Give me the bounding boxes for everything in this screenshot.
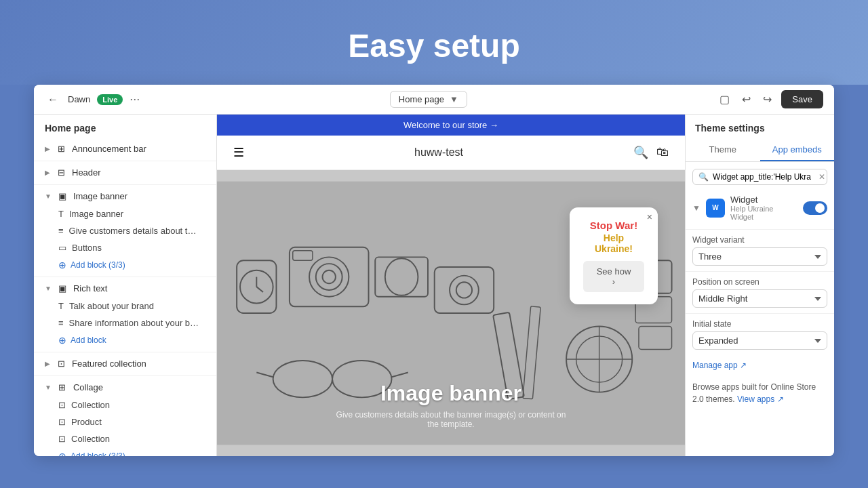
section-group-rich-text: ▼ ▣ Rich text T Talk about your brand ≡ … (34, 279, 216, 352)
widget-toggle[interactable] (803, 201, 827, 215)
panel-title: Theme settings (686, 115, 834, 139)
plus-icon: ⊕ (58, 335, 66, 346)
banner-title: Image banner (334, 381, 568, 406)
add-block-rich-text[interactable]: ⊕ Add block (34, 331, 216, 349)
widget-info: Widget Help Ukraine Widget (730, 195, 797, 221)
sidebar-subitem-collection-2[interactable]: ⊡ Collection (34, 430, 216, 447)
widget-row: ▼ W Widget Help Ukraine Widget (692, 195, 827, 221)
banner-subtitle: Give customers details about the banner … (334, 410, 568, 429)
sidebar-item-header[interactable]: ▶ ⊟ Header (34, 163, 216, 182)
sidebar-item-label: Header (72, 167, 101, 178)
search-input[interactable] (713, 172, 814, 182)
sidebar-item-collage[interactable]: ▼ ⊞ Collage (34, 378, 216, 396)
subitem-label: Product (71, 417, 102, 427)
add-block-collage[interactable]: ⊕ Add block (3/3) (34, 447, 216, 456)
back-button[interactable]: ← (45, 91, 61, 108)
sidebar-subitem-image-banner-desc[interactable]: ≡ Give customers details about t… (34, 222, 216, 239)
expand-arrow-icon: ▼ (45, 285, 52, 292)
variant-select[interactable]: Three (692, 247, 827, 266)
variant-label: Widget variant (692, 235, 827, 245)
page-select-arrow-icon: ▼ (450, 94, 458, 104)
header-icon: ⊟ (56, 167, 66, 178)
panel-tabs: Theme App embeds (686, 139, 834, 162)
store-preview: Welcome to our store → ☰ huww-test 🔍 🛍 (217, 115, 685, 456)
live-badge: Live (97, 94, 123, 105)
sidebar-subitem-share-info[interactable]: ≡ Share information about your b… (34, 314, 216, 331)
initial-state-label: Initial state (692, 319, 827, 329)
search-icon[interactable]: 🔍 (633, 145, 648, 160)
sidebar-subitem-product[interactable]: ⊡ Product (34, 413, 216, 430)
tab-app-embeds[interactable]: App embeds (760, 139, 835, 161)
widget-cta-button[interactable]: See how › (583, 261, 644, 292)
crop-icon: ⊡ (58, 417, 66, 427)
image-banner-icon: ▣ (57, 190, 68, 201)
expand-arrow-icon: ▼ (45, 384, 52, 391)
sidebar-item-label: Rich text (73, 283, 108, 293)
expand-arrow-icon: ▶ (45, 145, 50, 152)
widget-icon-letter: W (712, 204, 718, 211)
redo-button[interactable]: ↪ (760, 90, 774, 108)
sidebar-item-announcement-bar[interactable]: ▶ ⊞ Announcement bar (34, 139, 216, 158)
sidebar-item-label: Featured collection (72, 359, 146, 369)
widget-expand-arrow[interactable]: ▼ (692, 203, 701, 213)
store-logo: huww-test (414, 146, 463, 159)
widget-help-ukraine: Help Ukraine! (583, 232, 644, 254)
desktop-view-button[interactable]: ▢ (717, 90, 732, 108)
subitem-label: Image banner (69, 209, 123, 219)
subitem-label: Talk about your brand (69, 301, 154, 311)
undo-button[interactable]: ↩ (739, 90, 753, 108)
tab-theme[interactable]: Theme (686, 139, 760, 161)
subitem-label: Buttons (72, 243, 102, 253)
nav-icons: 🔍 🛍 (633, 145, 669, 160)
manage-app-link[interactable]: Manage app ↗ (686, 355, 834, 375)
sidebar-item-featured-collection[interactable]: ▶ ⊡ Featured collection (34, 354, 216, 373)
sidebar-title: Home page (34, 115, 216, 139)
sidebar-item-rich-text[interactable]: ▼ ▣ Rich text (34, 279, 216, 298)
topbar-center: Home page ▼ (140, 91, 717, 108)
crop-icon: ⊡ (58, 400, 66, 410)
expand-arrow-icon: ▶ (45, 360, 50, 367)
expand-arrow-icon: ▼ (45, 192, 52, 200)
page-selector[interactable]: Home page ▼ (390, 91, 467, 108)
sidebar-subitem-image-banner-title[interactable]: T Image banner (34, 205, 216, 222)
subitem-label: Share information about your b… (69, 318, 199, 328)
hamburger-icon[interactable]: ☰ (233, 145, 244, 160)
section-group-featured-collection: ▶ ⊡ Featured collection (34, 354, 216, 376)
sidebar-item-image-banner[interactable]: ▼ ▣ Image banner (34, 186, 216, 205)
search-icon: 🔍 (698, 172, 709, 182)
add-block-image-banner[interactable]: ⊕ Add block (3/3) (34, 256, 216, 274)
view-apps-link[interactable]: View apps ↗ (737, 394, 783, 404)
cart-icon[interactable]: 🛍 (656, 145, 669, 160)
hero-title: Easy setup (0, 27, 868, 64)
widget-name: Widget (730, 195, 797, 205)
rich-text-icon: ▣ (57, 283, 68, 293)
theme-name: Dawn (68, 94, 90, 104)
sidebar-subitem-buttons[interactable]: ▭ Buttons (34, 239, 216, 256)
topbar: ← Dawn Live ··· Home page ▼ ▢ ↩ ↪ Save (34, 85, 834, 115)
save-button[interactable]: Save (781, 90, 823, 108)
list-icon: ≡ (58, 318, 64, 328)
position-select[interactable]: Middle Right (692, 289, 827, 308)
sidebar-subitem-collection-1[interactable]: ⊡ Collection (34, 396, 216, 413)
left-sidebar: Home page ▶ ⊞ Announcement bar ▶ ⊟ Heade… (34, 115, 217, 456)
editor-container: ← Dawn Live ··· Home page ▼ ▢ ↩ ↪ Save H… (34, 85, 834, 456)
widget-description: Help Ukraine Widget (730, 205, 797, 221)
crop-icon: ⊡ (58, 434, 66, 444)
widget-close-button[interactable]: × (647, 211, 652, 222)
initial-state-select[interactable]: Expanded (692, 331, 827, 350)
sidebar-item-label: Collage (73, 382, 103, 392)
more-options-button[interactable]: ··· (130, 92, 140, 106)
collage-icon: ⊞ (57, 382, 68, 392)
section-group-image-banner: ▼ ▣ Image banner T Image banner ≡ Give c… (34, 186, 216, 277)
add-block-label: Add block (3/3) (71, 260, 125, 270)
store-nav: ☰ huww-test 🔍 🛍 (217, 136, 685, 170)
announcement-bar-icon: ⊞ (56, 143, 66, 154)
subitem-label: Collection (71, 400, 110, 410)
section-group-header: ▶ ⊟ Header (34, 163, 216, 185)
sidebar-subitem-talk-brand[interactable]: T Talk about your brand (34, 298, 216, 314)
hero-section: Easy setup (0, 0, 868, 85)
section-group-announcement: ▶ ⊞ Announcement bar (34, 139, 216, 161)
banner-area: Image banner Give customers details abou… (217, 170, 685, 456)
browse-text: Browse apps built for Online Store 2.0 t… (686, 375, 834, 411)
search-clear-button[interactable]: ✕ (818, 172, 825, 182)
